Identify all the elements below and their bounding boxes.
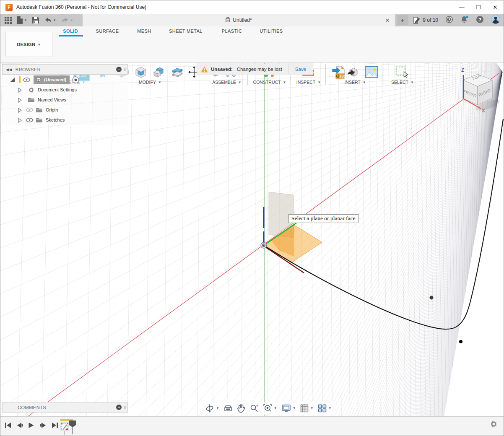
viewports-icon[interactable]: ▼	[318, 404, 332, 413]
browser-root-row[interactable]: (Unsaved)	[2, 75, 128, 85]
document-versions-indicator[interactable]: 9 of 10	[413, 17, 438, 24]
browser-panel-title: BROWSER	[16, 67, 41, 72]
timeline-settings-gear-icon[interactable]	[490, 420, 498, 430]
svg-text:?: ?	[478, 17, 481, 22]
environment-selector[interactable]: DESIGN ▼	[5, 32, 52, 57]
tab-mesh[interactable]: MESH	[137, 29, 151, 34]
pan-hand-icon[interactable]	[237, 404, 245, 413]
folder-icon	[36, 107, 43, 113]
expander-icon[interactable]	[18, 118, 22, 123]
close-button[interactable]: ✕	[487, 0, 504, 14]
timeline-playhead[interactable]	[69, 420, 76, 434]
new-tab-button[interactable]: +	[397, 15, 408, 25]
panel-grip[interactable]: ‖	[124, 405, 125, 410]
fit-icon[interactable]: ▼	[263, 404, 277, 413]
add-comment-icon[interactable]: +	[116, 405, 122, 410]
minimize-panel-icon[interactable]: –	[116, 67, 122, 72]
browser-tree: (Unsaved) Document Settings Named Views	[2, 75, 128, 125]
comments-panel-header[interactable]: COMMENTS + ‖	[2, 402, 128, 413]
item-label: Named Views	[38, 97, 66, 102]
x-axis-label: X	[482, 108, 485, 114]
unsaved-warning-banner: Unsaved: Changes may be lost Save	[197, 64, 313, 75]
warning-icon	[201, 66, 208, 73]
tab-sheet-metal[interactable]: SHEET METAL	[169, 29, 203, 34]
orbit-icon[interactable]: ▼	[205, 404, 219, 413]
redo-icon[interactable]: ▼	[61, 17, 73, 23]
undo-icon[interactable]: ▼	[44, 17, 56, 23]
chevron-down-icon: ▼	[70, 18, 73, 22]
visibility-eye-icon[interactable]	[26, 118, 33, 122]
document-tab[interactable]: Untitled* ✕	[83, 14, 395, 26]
job-status-clock-icon[interactable]	[445, 16, 453, 25]
app-launcher-grid-icon[interactable]	[5, 17, 12, 24]
visibility-eye-icon[interactable]	[23, 78, 30, 82]
close-tab-icon[interactable]: ✕	[384, 17, 391, 23]
timeline-bar	[0, 416, 504, 436]
save-link[interactable]: Save	[288, 67, 313, 72]
visibility-hidden-eye-icon[interactable]	[26, 107, 33, 112]
tab-solid[interactable]: SOLID	[63, 29, 78, 34]
browser-item-sketches[interactable]: Sketches	[2, 115, 128, 125]
banner-label: Unsaved:	[211, 67, 233, 72]
look-at-icon[interactable]	[223, 404, 233, 413]
timeline-go-to-start-button[interactable]	[4, 421, 12, 429]
minimize-button[interactable]: —	[453, 0, 470, 14]
expander-icon[interactable]	[18, 88, 22, 93]
notifications-bell-icon[interactable]	[460, 16, 469, 25]
chevron-down-icon: ▼	[53, 18, 56, 22]
help-icon[interactable]: ?	[476, 16, 484, 25]
pages-count: 9 of 10	[423, 17, 438, 23]
chevron-down-icon: ▼	[24, 18, 27, 22]
timeline-step-forward-button[interactable]	[39, 421, 47, 429]
tab-plastic[interactable]: PLASTIC	[222, 29, 242, 34]
browser-item-origin[interactable]: Origin	[2, 105, 128, 115]
banner-message: Changes may be lost	[237, 67, 282, 72]
sketch-point[interactable]	[430, 296, 434, 300]
timeline-go-to-end-button[interactable]	[51, 421, 59, 429]
title-bar: F Autodesk Fusion 360 (Personal - Not fo…	[0, 0, 504, 14]
document-tab-label: Untitled*	[233, 17, 252, 23]
chevron-down-icon: ▼	[310, 406, 314, 410]
fusion-window: F Autodesk Fusion 360 (Personal - Not fo…	[0, 0, 504, 436]
lock-icon	[226, 17, 230, 23]
expander-icon[interactable]	[18, 108, 22, 113]
z-axis-label: Z	[461, 67, 464, 73]
chevron-down-icon: ▼	[293, 406, 296, 410]
sketch-feature-icon[interactable]	[61, 423, 69, 435]
active-tab-underline	[59, 35, 83, 36]
browser-item-document-settings[interactable]: Document Settings	[2, 85, 128, 95]
svg-text:±: ±	[256, 404, 258, 408]
expander-icon[interactable]	[18, 98, 22, 103]
save-icon[interactable]	[32, 17, 39, 23]
browser-panel-header[interactable]: ◀◀ BROWSER – ‖	[2, 64, 128, 75]
avatar[interactable]	[491, 15, 500, 26]
window-title: Autodesk Fusion 360 (Personal - Not for …	[16, 4, 146, 10]
comments-panel-title: COMMENTS	[18, 405, 46, 410]
navigation-bar: ▼ ± ▼ ▼	[203, 402, 334, 415]
root-document-label: (Unsaved)	[44, 77, 66, 82]
panel-grip[interactable]: ‖	[124, 67, 125, 72]
component-cube-icon	[35, 76, 42, 83]
activate-component-radio-icon[interactable]	[72, 76, 79, 83]
gear-icon	[28, 86, 35, 93]
display-settings-icon[interactable]: ▼	[281, 404, 296, 413]
sketch-point[interactable]	[459, 340, 462, 343]
maximize-button[interactable]: ☐	[470, 0, 487, 14]
selection-prompt-tooltip: Select a plane or planar face	[288, 214, 359, 223]
item-label: Document Settings	[38, 87, 77, 92]
zoom-icon[interactable]: ±	[249, 404, 259, 413]
timeline-play-button[interactable]	[27, 421, 35, 429]
tab-utilities[interactable]: UTILITIES	[260, 29, 283, 34]
chevron-down-icon: ▼	[328, 406, 332, 410]
chevron-down-icon: ▼	[38, 43, 41, 47]
file-menu-icon[interactable]: ▼	[17, 16, 27, 24]
item-label: Origin	[46, 107, 58, 112]
browser-item-named-views[interactable]: Named Views	[2, 95, 128, 105]
collapse-panel-icon[interactable]: ◀◀	[6, 67, 12, 72]
tab-surface[interactable]: SURFACE	[96, 29, 119, 34]
grid-settings-icon[interactable]: ▼	[300, 404, 314, 413]
timeline-step-back-button[interactable]	[16, 421, 23, 429]
fusion-logo-icon: F	[5, 4, 13, 11]
view-cube[interactable]: TOP FRONT RIGHT Z X	[453, 64, 504, 114]
chevron-down-icon: ▼	[274, 406, 277, 410]
